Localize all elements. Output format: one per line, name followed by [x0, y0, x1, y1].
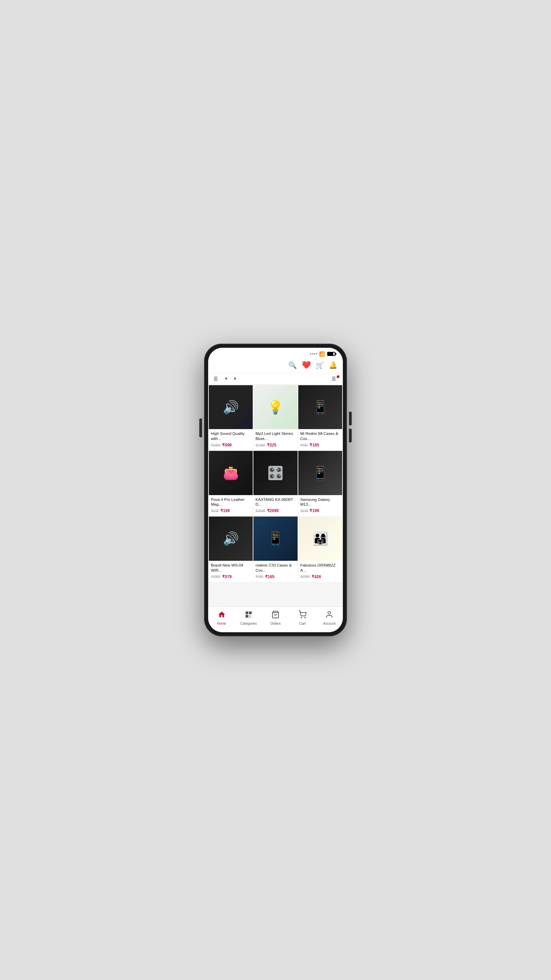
- product-info-3: Mi Redmi 9A Cases & Cov... ₹450 ₹165: [298, 429, 342, 450]
- signal-icon: [310, 353, 318, 355]
- sort-button[interactable]: ☰: [214, 376, 219, 382]
- sale-price-9: ₹426: [311, 574, 321, 579]
- gender-dropdown[interactable]: ▼: [232, 376, 237, 381]
- product-image-2: 💡: [253, 385, 297, 429]
- product-info-8: realme C33 Cases & Cov... ₹450 ₹165: [253, 561, 297, 582]
- wifi-icon: 📶: [319, 351, 325, 356]
- original-price-3: ₹450: [300, 443, 308, 447]
- product-emoji-5: 🎛️: [253, 451, 297, 495]
- wishlist-icon[interactable]: ❤️: [302, 361, 311, 369]
- status-icons: 📶: [310, 351, 335, 356]
- nav-item-account[interactable]: Account: [316, 609, 343, 627]
- product-name-1: High Sound Quality with...: [211, 431, 251, 441]
- product-name-4: Pova 4 Pro Leather Mag...: [211, 497, 251, 508]
- product-card-9[interactable]: 👨‍👩‍👧 Fabulous GRINBIZZ A... ₹2050 ₹426: [298, 517, 342, 582]
- product-card-2[interactable]: 💡 Mp3 Led Light Stereo Bluet... ₹1050 ₹3…: [253, 385, 297, 450]
- product-card-1[interactable]: 🔊 High Sound Quality with... ₹1050 ₹699: [209, 385, 253, 450]
- product-image-9: 👨‍👩‍👧: [298, 517, 342, 560]
- filter-bar: ☰ ▼ ▼ ☰: [208, 373, 343, 385]
- category-dropdown[interactable]: ▼: [223, 376, 228, 381]
- product-name-3: Mi Redmi 9A Cases & Cov...: [300, 431, 340, 441]
- product-prices-2: ₹1050 ₹325: [256, 443, 295, 447]
- product-emoji-7: 🔊: [209, 517, 253, 560]
- product-card-4[interactable]: 👛 Pova 4 Pro Leather Mag... ₹249 ₹199: [209, 451, 253, 516]
- original-price-4: ₹249: [211, 509, 219, 513]
- nav-label-categories: Categories: [240, 622, 257, 625]
- original-price-2: ₹1050: [256, 443, 265, 447]
- product-prices-1: ₹1050 ₹699: [211, 443, 251, 447]
- original-price-5: ₹2599: [256, 509, 265, 513]
- product-image-4: 👛: [209, 451, 253, 495]
- categories-icon: [245, 611, 253, 619]
- product-info-7: Brand New WS-04 WIR... ₹1050 ₹579: [209, 561, 253, 582]
- nav-label-cart: Cart: [299, 622, 306, 625]
- sale-price-3: ₹165: [310, 443, 319, 447]
- nav-label-home: Home: [217, 622, 226, 625]
- product-emoji-1: 🔊: [209, 385, 253, 429]
- sort-icon: ☰: [214, 376, 218, 382]
- phone-screen: 📶 🔍 ❤️ 🛒 🔔 ☰: [208, 348, 343, 632]
- original-price-8: ₹450: [256, 575, 263, 579]
- product-prices-4: ₹249 ₹199: [211, 508, 251, 513]
- product-emoji-9: 👨‍👩‍👧: [298, 517, 342, 560]
- product-prices-3: ₹450 ₹165: [300, 443, 340, 447]
- product-card-7[interactable]: 🔊 Brand New WS-04 WIR... ₹1050 ₹579: [209, 517, 253, 582]
- filter-lines-icon: ☰: [332, 376, 336, 382]
- sale-price-6: ₹199: [310, 508, 319, 513]
- product-image-3: 📱: [298, 385, 342, 429]
- original-price-1: ₹1050: [211, 443, 221, 447]
- home-icon: [218, 611, 226, 619]
- product-image-6: 📱: [298, 451, 342, 495]
- sale-price-8: ₹165: [265, 574, 275, 579]
- sale-price-2: ₹325: [267, 443, 276, 447]
- product-info-6: Samsung Galaxy M13... ₹249 ₹199: [298, 495, 342, 516]
- orders-icon: [272, 611, 279, 619]
- status-bar: 📶: [208, 348, 343, 359]
- svg-point-1: [301, 617, 302, 618]
- filter-button[interactable]: ☰: [332, 376, 337, 382]
- product-info-1: High Sound Quality with... ₹1050 ₹699: [209, 429, 253, 450]
- gender-chevron-icon: ▼: [233, 376, 237, 381]
- product-prices-7: ₹1050 ₹579: [211, 574, 251, 579]
- bell-icon[interactable]: 🔔: [329, 361, 337, 369]
- products-scroll-area[interactable]: 🔊 High Sound Quality with... ₹1050 ₹699 …: [208, 385, 343, 607]
- product-image-7: 🔊: [209, 517, 253, 560]
- cart-icon[interactable]: 🛒: [316, 361, 324, 369]
- product-prices-8: ₹450 ₹165: [256, 574, 295, 579]
- product-info-4: Pova 4 Pro Leather Mag... ₹249 ₹199: [209, 495, 253, 516]
- products-grid: 🔊 High Sound Quality with... ₹1050 ₹699 …: [208, 385, 343, 582]
- category-chevron-icon: ▼: [224, 376, 228, 381]
- product-name-2: Mp3 Led Light Stereo Bluet...: [256, 431, 295, 441]
- header-right: 🔍 ❤️ 🛒 🔔: [288, 361, 337, 369]
- product-card-3[interactable]: 📱 Mi Redmi 9A Cases & Cov... ₹450 ₹165: [298, 385, 342, 450]
- product-card-8[interactable]: 📱 realme C33 Cases & Cov... ₹450 ₹165: [253, 517, 297, 582]
- cart-nav-icon: [298, 611, 306, 619]
- sale-price-5: ₹2099: [267, 508, 279, 513]
- nav-item-home[interactable]: Home: [208, 609, 235, 627]
- nav-item-cart[interactable]: Cart: [289, 609, 316, 627]
- nav-item-categories[interactable]: Categories: [235, 609, 262, 627]
- original-price-9: ₹2050: [300, 575, 310, 579]
- product-info-5: KAXTANG KX-082BT D... ₹2599 ₹2099: [253, 495, 297, 516]
- volume-up-button[interactable]: [349, 412, 352, 425]
- product-emoji-2: 💡: [253, 385, 297, 429]
- original-price-6: ₹249: [300, 509, 308, 513]
- original-price-7: ₹1050: [211, 575, 221, 579]
- battery-icon: [327, 352, 335, 356]
- svg-point-3: [328, 611, 330, 614]
- sale-price-7: ₹579: [222, 574, 232, 579]
- product-card-5[interactable]: 🎛️ KAXTANG KX-082BT D... ₹2599 ₹2099: [253, 451, 297, 516]
- volume-down-button[interactable]: [349, 429, 352, 442]
- product-info-9: Fabulous GRINBIZZ A... ₹2050 ₹426: [298, 561, 342, 582]
- nav-label-account: Account: [323, 622, 335, 625]
- search-icon[interactable]: 🔍: [288, 361, 297, 369]
- product-name-7: Brand New WS-04 WIR...: [211, 563, 251, 573]
- product-prices-6: ₹249 ₹199: [300, 508, 340, 513]
- sale-price-1: ₹699: [222, 443, 232, 447]
- product-emoji-3: 📱: [298, 385, 342, 429]
- product-card-6[interactable]: 📱 Samsung Galaxy M13... ₹249 ₹199: [298, 451, 342, 516]
- power-button[interactable]: [199, 418, 202, 437]
- nav-item-orders[interactable]: Orders: [262, 609, 289, 627]
- product-image-5: 🎛️: [253, 451, 297, 495]
- account-icon: [325, 611, 333, 619]
